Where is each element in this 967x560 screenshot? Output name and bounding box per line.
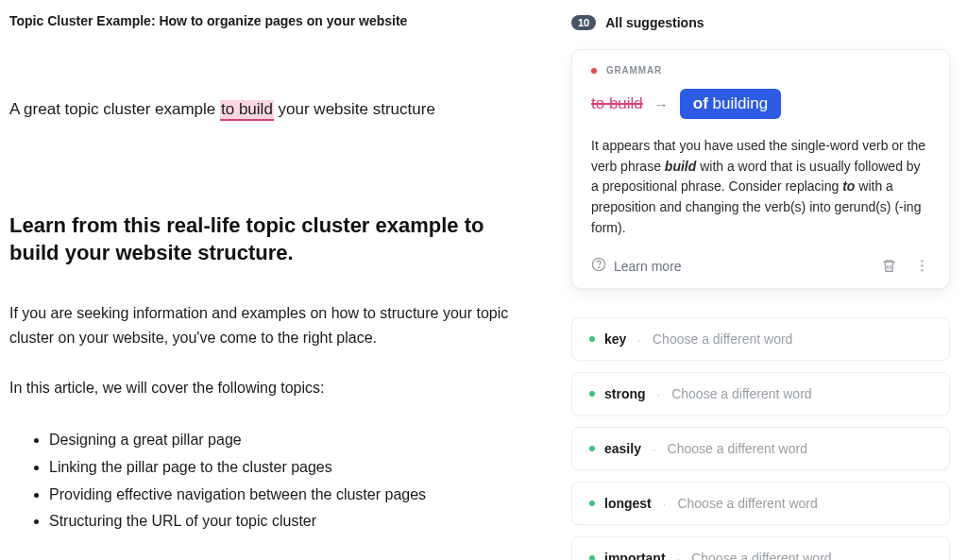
suggestion-card-collapsed[interactable]: important · Choose a different word (571, 536, 950, 560)
panel-title: All suggestions (605, 15, 704, 30)
highlighted-phrase[interactable]: to build (220, 100, 274, 121)
card-footer: Learn more (591, 255, 930, 275)
list-item: Designing a great pillar page (49, 427, 552, 454)
doc-paragraph: In this article, we will cover the follo… (9, 376, 548, 400)
trash-icon[interactable] (881, 258, 897, 274)
card-category-row: GRAMMAR (591, 65, 930, 76)
doc-paragraph: If you are seeking information and examp… (9, 301, 548, 349)
document-editor[interactable]: Topic Cluster Example: How to organize p… (0, 0, 562, 560)
svg-point-3 (921, 265, 923, 267)
doc-title: Topic Cluster Example: How to organize p… (9, 13, 552, 28)
subtitle-pre: A great topic cluster example (9, 100, 220, 118)
svg-point-1 (599, 267, 600, 268)
suggestion-hint: Choose a different word (677, 496, 817, 511)
vocab-dot-icon (589, 336, 595, 342)
learn-more-link[interactable]: Learn more (591, 257, 682, 275)
explanation-text: It appears that you have used the single… (591, 136, 930, 238)
list-item: Structuring the URL of your topic cluste… (49, 508, 552, 535)
suggestions-panel: 10 All suggestions GRAMMAR to build → of… (562, 0, 967, 560)
doc-subtitle: A great topic cluster example to build y… (9, 98, 552, 121)
panel-header: 10 All suggestions (571, 15, 950, 30)
suggestion-word: strong (604, 386, 646, 401)
suggestion-hint: Choose a different word (671, 386, 811, 401)
more-vertical-icon[interactable] (914, 258, 930, 274)
list-item: Linking the pillar page to the cluster p… (49, 454, 552, 482)
doc-heading: Learn from this real-life topic cluster … (9, 212, 519, 267)
correction-row: to build → of building (591, 89, 930, 119)
suggestion-card-expanded[interactable]: GRAMMAR to build → of building It appear… (571, 49, 950, 289)
topics-list: Designing a great pillar page Linking th… (9, 427, 552, 535)
learn-more-label: Learn more (614, 259, 682, 274)
vocab-dot-icon (589, 501, 595, 506)
suggestion-card-collapsed[interactable]: key · Choose a different word (571, 317, 950, 361)
suggestion-word: longest (604, 496, 652, 511)
suggestion-hint: Choose a different word (668, 441, 807, 456)
replacement-pill[interactable]: of building (680, 89, 781, 119)
suggestion-card-collapsed[interactable]: longest · Choose a different word (571, 482, 950, 525)
suggestion-word: easily (604, 441, 641, 456)
category-label: GRAMMAR (606, 65, 662, 76)
arrow-right-icon: → (654, 96, 669, 112)
help-circle-icon (591, 257, 606, 275)
suggestion-card-collapsed[interactable]: easily · Choose a different word (571, 427, 950, 470)
subtitle-post: your website structure (274, 100, 435, 118)
grammar-dot-icon (591, 68, 597, 74)
list-item: Providing effective navigation between t… (49, 482, 552, 509)
vocab-dot-icon (589, 446, 595, 451)
original-text: to build (591, 94, 643, 113)
suggestion-word: important (604, 551, 666, 560)
svg-point-2 (921, 261, 923, 263)
suggestion-hint: Choose a different word (653, 331, 792, 347)
suggestion-word: key (604, 331, 626, 347)
vocab-dot-icon (589, 555, 595, 560)
vocab-dot-icon (589, 391, 595, 397)
suggestion-hint: Choose a different word (691, 551, 831, 560)
svg-point-4 (921, 270, 923, 272)
suggestion-card-collapsed[interactable]: strong · Choose a different word (571, 372, 950, 416)
suggestion-count-badge: 10 (571, 15, 596, 30)
